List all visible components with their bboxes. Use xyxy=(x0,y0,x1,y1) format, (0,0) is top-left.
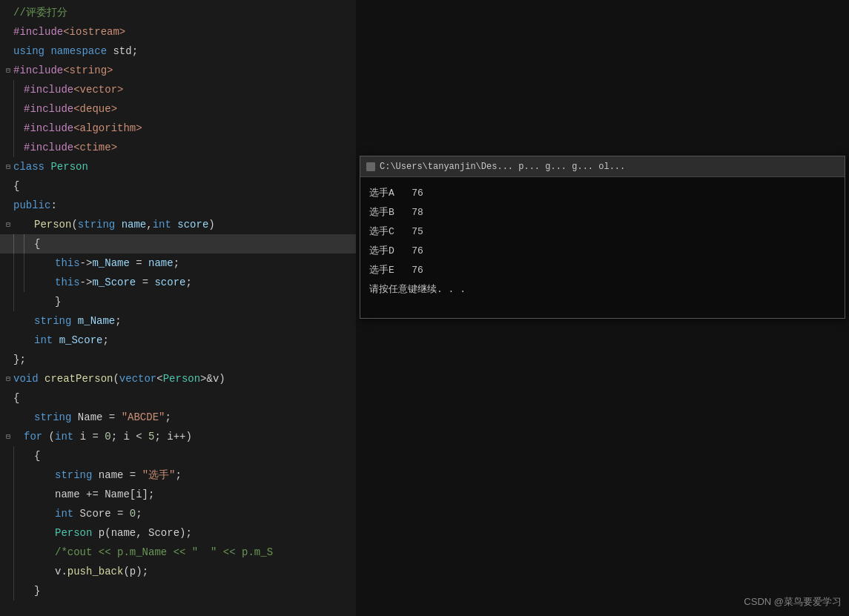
code-line-4: ⊟ #include<string> xyxy=(0,61,356,80)
keyword-class: class xyxy=(13,161,44,173)
fold-placeholder xyxy=(3,317,13,325)
comment-text: //评委打分 xyxy=(13,6,67,19)
fold-placeholder xyxy=(3,491,13,499)
code-line-26: name += Name[i]; xyxy=(0,485,356,504)
fold-placeholder xyxy=(3,471,13,480)
fold-placeholder xyxy=(3,356,13,364)
fold-placeholder xyxy=(3,86,13,94)
terminal-line-6: 请按任意键继续. . . xyxy=(369,279,836,299)
code-line-11: public: xyxy=(0,196,356,215)
code-line-15: this->m_Score = score; xyxy=(0,273,356,292)
type-int: int xyxy=(153,219,171,231)
code-editor: //评委打分 #include<iostream> using namespac… xyxy=(0,0,356,616)
code-line-23: ⊟ for (int i = 0; i < 5; i++) xyxy=(0,427,356,446)
terminal-content: 选手A 76 选手B 78 选手C 75 选手D 76 选手E 76 请按任意键… xyxy=(360,177,845,318)
fold-func[interactable]: ⊟ xyxy=(3,374,13,383)
type-string2: string xyxy=(34,315,71,327)
include-arg: <iostream> xyxy=(63,26,125,38)
fold-placeholder xyxy=(3,394,13,403)
constructor-name: Person xyxy=(34,219,71,231)
fold-placeholder xyxy=(3,28,13,36)
fold-placeholder xyxy=(3,452,13,460)
fold-placeholder xyxy=(3,259,13,268)
fold-placeholder xyxy=(3,144,13,152)
terminal-line-1: 选手A 76 xyxy=(369,183,836,202)
fold-placeholder xyxy=(3,337,13,345)
keyword-for: for xyxy=(24,431,42,443)
fold-class[interactable]: ⊟ xyxy=(3,162,13,171)
fold-constructor[interactable]: ⊟ xyxy=(3,220,13,229)
preprocessor: #include xyxy=(24,122,73,134)
fold-placeholder xyxy=(3,182,13,191)
code-line-19: }; xyxy=(0,350,356,369)
terminal-line-2: 选手B 78 xyxy=(369,202,836,222)
contestant-a-label: 选手A 76 xyxy=(369,186,423,199)
fold-placeholder xyxy=(3,47,13,56)
code-line-2: #include<iostream> xyxy=(0,22,356,42)
preprocessor: #include xyxy=(13,26,63,38)
code-line-3: using namespace std; xyxy=(0,42,356,61)
fold-placeholder xyxy=(3,298,13,306)
keyword-public: public xyxy=(13,199,50,211)
code-line-13: { xyxy=(0,234,356,254)
code-line-24: { xyxy=(0,446,356,466)
contestant-d-label: 选手D 76 xyxy=(369,244,423,257)
fold-string[interactable]: ⊟ xyxy=(3,66,13,75)
fold-placeholder xyxy=(3,125,13,133)
code-line-8: #include<ctime> xyxy=(0,138,356,157)
type-string4: string xyxy=(55,469,92,481)
code-line-29: /*cout << p.m_Name << " " << p.m_S xyxy=(0,543,356,562)
code-line-12: ⊟ Person(string name,int score) xyxy=(0,215,356,234)
keyword-namespace: namespace xyxy=(50,45,107,57)
code-line-14: this->m_Name = name; xyxy=(0,254,356,273)
fold-placeholder xyxy=(3,279,13,287)
terminal-window: C:\Users\tanyanjin\Des... p... g... g...… xyxy=(360,156,845,319)
code-line-31: } xyxy=(0,581,356,600)
code-line-5: #include<vector> xyxy=(0,80,356,99)
fold-placeholder xyxy=(3,587,13,595)
class-person2: Person xyxy=(55,527,92,539)
terminal-icon xyxy=(366,162,375,171)
code-line-21: { xyxy=(0,388,356,408)
fold-placeholder xyxy=(3,414,13,422)
code-line-20: ⊟ void creatPerson(vector<Person>&v) xyxy=(0,369,356,388)
preprocessor: #include xyxy=(24,103,73,115)
preprocessor: #include xyxy=(24,142,73,153)
contestant-c-label: 选手C 75 xyxy=(369,225,423,238)
type-int3: int xyxy=(55,508,73,520)
contestant-b-label: 选手B 78 xyxy=(369,205,423,219)
fold-placeholder xyxy=(3,510,13,518)
code-line-1: //评委打分 xyxy=(0,3,356,22)
code-line-6: #include<deque> xyxy=(0,99,356,119)
code-line-22: string Name = "ABCDE"; xyxy=(0,408,356,427)
type-void: void xyxy=(13,373,39,385)
code-line-30: v.push_back(p); xyxy=(0,562,356,581)
preprocessor: #include xyxy=(13,64,63,76)
terminal-line-4: 选手D 76 xyxy=(369,241,836,260)
type-string: string xyxy=(78,219,115,231)
terminal-titlebar: C:\Users\tanyanjin\Des... p... g... g...… xyxy=(360,156,845,177)
class-name: Person xyxy=(50,161,87,173)
press-any-key: 请按任意键继续. . . xyxy=(369,282,466,296)
comment-cout: /*cout << p.m_Name << " " << p.m_S xyxy=(55,546,273,558)
fold-placeholder xyxy=(3,549,13,557)
terminal-line-5: 选手E 76 xyxy=(369,260,836,279)
fold-placeholder xyxy=(3,240,13,248)
keyword-this: this xyxy=(55,276,80,288)
contestant-e-label: 选手E 76 xyxy=(369,263,423,276)
fold-placeholder xyxy=(3,9,13,17)
keyword-this: this xyxy=(55,257,80,269)
fold-placeholder xyxy=(3,529,13,537)
watermark: CSDN @菜鸟要爱学习 xyxy=(744,595,842,609)
code-line-16: } xyxy=(0,292,356,311)
preprocessor: #include xyxy=(24,84,73,96)
type-int2: int xyxy=(34,334,53,346)
terminal-title: C:\Users\tanyanjin\Des... p... g... g...… xyxy=(380,162,625,172)
code-line-17: string m_Name; xyxy=(0,311,356,331)
code-line-18: int m_Score; xyxy=(0,331,356,350)
fold-for[interactable]: ⊟ xyxy=(3,432,13,441)
code-line-27: int Score = 0; xyxy=(0,504,356,523)
code-line-9: ⊟ class Person xyxy=(0,157,356,176)
code-line-10: { xyxy=(0,176,356,196)
code-line-28: Person p(name, Score); xyxy=(0,523,356,543)
